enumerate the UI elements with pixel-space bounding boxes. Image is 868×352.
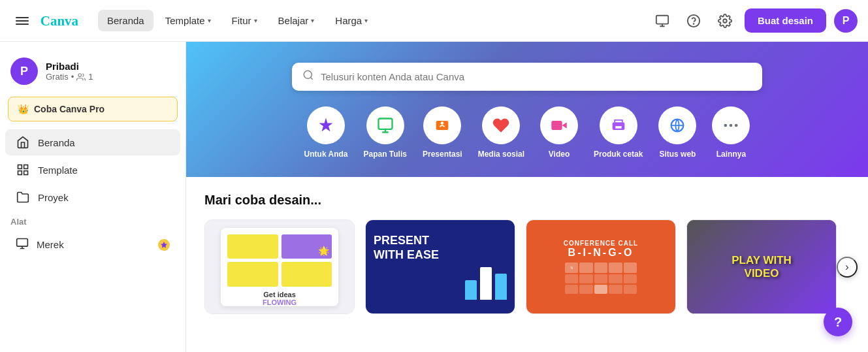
- sidebar-item-beranda-label: Beranda: [38, 137, 75, 148]
- svg-rect-10: [17, 239, 28, 247]
- design-card-bingo[interactable]: CONFERENCE CALL B-I-N-G-O N: [526, 219, 676, 314]
- buat-desain-button[interactable]: Buat desain: [745, 8, 826, 33]
- canva-logo: Canva: [39, 12, 85, 30]
- cat-papan-tulis-circle: [366, 106, 404, 144]
- svg-rect-13: [378, 119, 392, 129]
- cat-video[interactable]: Video: [540, 106, 578, 159]
- cat-media-sosial-circle: [482, 106, 520, 144]
- cat-media-sosial[interactable]: Media sosial: [478, 106, 524, 159]
- svg-point-12: [304, 71, 312, 78]
- cat-presentasi-circle: [423, 106, 461, 144]
- cat-lainnya-label: Lainnya: [716, 150, 746, 159]
- svg-rect-19: [615, 126, 621, 129]
- svg-point-3: [694, 24, 694, 24]
- svg-point-15: [441, 121, 444, 125]
- sidebar-item-template[interactable]: Template: [5, 157, 180, 183]
- user-section: P Pribadi Gratis • 1: [0, 50, 185, 93]
- home-icon: [16, 136, 30, 149]
- sidebar: P Pribadi Gratis • 1 👑 Coba Canva Pro: [0, 42, 186, 352]
- user-info: Pribadi Gratis • 1: [46, 61, 93, 82]
- design-cards-wrapper: 🌟 Get ideas FLOWING: [204, 219, 850, 314]
- design-card-video[interactable]: PLAY WITH VIDEO: [686, 219, 837, 314]
- nav-fitur[interactable]: Fitur ▾: [223, 10, 266, 31]
- section-title: Mari coba desain...: [204, 193, 850, 208]
- design-cards-next-button[interactable]: ›: [837, 257, 858, 278]
- design-card-ideas[interactable]: 🌟 Get ideas FLOWING: [204, 219, 355, 314]
- chevron-down-icon: ▾: [311, 17, 314, 24]
- design-card-present[interactable]: PRESENT WITH EASE: [365, 219, 515, 314]
- design-section: Mari coba desain... 🌟: [186, 177, 868, 330]
- nav-template[interactable]: Template ▾: [156, 10, 220, 31]
- user-plan: Gratis • 1: [46, 72, 93, 82]
- svg-rect-6: [18, 165, 22, 169]
- chevron-down-icon: ▾: [254, 17, 257, 24]
- sidebar-item-proyek[interactable]: Proyek: [5, 184, 180, 210]
- hamburger-icon: [16, 15, 29, 27]
- card2-title-line2: WITH EASE: [374, 248, 507, 263]
- cat-untuk-anda-label: Untuk Anda: [304, 150, 348, 159]
- svg-point-5: [78, 73, 82, 76]
- card3-title: B-I-N-G-O: [568, 247, 634, 259]
- people-icon: [76, 72, 86, 82]
- content-area: Untuk Anda Papan Tulis Presentasi: [186, 42, 868, 352]
- cat-situs-web-circle: [658, 106, 696, 144]
- settings-button[interactable]: [713, 9, 737, 33]
- cat-video-label: Video: [549, 150, 570, 159]
- svg-rect-8: [18, 171, 22, 175]
- svg-point-22: [730, 124, 733, 127]
- cat-lainnya[interactable]: Lainnya: [712, 106, 750, 159]
- design-grid: 🌟 Get ideas FLOWING: [204, 219, 850, 314]
- card1-title-line2: FLOWING: [263, 298, 297, 306]
- cat-papan-tulis-label: Papan Tulis: [363, 150, 406, 159]
- help-circle-button[interactable]: [682, 9, 705, 33]
- nav-right: Buat desain P: [651, 8, 858, 33]
- hero-banner: Untuk Anda Papan Tulis Presentasi: [186, 42, 868, 177]
- svg-rect-7: [24, 165, 28, 169]
- cat-produk-cetak-circle: [600, 106, 637, 144]
- svg-point-21: [724, 124, 728, 127]
- category-icons: Untuk Anda Papan Tulis Presentasi: [212, 106, 842, 159]
- search-icon: [302, 69, 314, 84]
- card1-title-line1: Get ideas: [263, 291, 296, 298]
- search-bar-container: [292, 63, 762, 91]
- svg-marker-11: [161, 242, 167, 248]
- card4-title-line1: PLAY WITH: [731, 254, 792, 267]
- cat-papan-tulis[interactable]: Papan Tulis: [363, 106, 406, 159]
- top-navigation: Canva Beranda Template ▾ Fitur ▾ Belajar…: [0, 0, 868, 42]
- nav-belajar[interactable]: Belajar ▾: [269, 10, 324, 31]
- cat-media-sosial-label: Media sosial: [478, 150, 524, 159]
- cat-presentasi-label: Presentasi: [423, 150, 462, 159]
- svg-rect-16: [551, 121, 562, 130]
- folder-icon: [16, 191, 30, 204]
- svg-point-4: [723, 19, 727, 23]
- monitor-button[interactable]: [651, 9, 674, 33]
- svg-point-23: [735, 124, 738, 127]
- search-input[interactable]: [321, 71, 752, 82]
- brand-icon: [16, 237, 29, 252]
- user-avatar-button[interactable]: P: [834, 9, 858, 33]
- card3-subtitle: CONFERENCE CALL: [564, 240, 638, 247]
- try-canva-pro-button[interactable]: 👑 Coba Canva Pro: [8, 97, 178, 121]
- chevron-right-icon: ›: [845, 261, 848, 273]
- sidebar-scroll-area: P Pribadi Gratis • 1 👑 Coba Canva Pro: [0, 42, 185, 352]
- sidebar-item-merek-label: Merek: [37, 239, 64, 250]
- cat-untuk-anda[interactable]: Untuk Anda: [304, 106, 348, 159]
- crown-icon: 👑: [18, 104, 29, 114]
- nav-beranda[interactable]: Beranda: [98, 10, 153, 31]
- gold-badge-icon: [158, 239, 170, 251]
- cat-presentasi[interactable]: Presentasi: [423, 106, 462, 159]
- sidebar-item-merek[interactable]: Merek: [5, 231, 180, 259]
- sidebar-section-alat: Alat: [0, 212, 185, 229]
- chevron-down-icon: ▾: [364, 17, 368, 24]
- svg-rect-9: [24, 171, 28, 175]
- cat-situs-web[interactable]: Situs web: [658, 106, 696, 159]
- sidebar-item-beranda[interactable]: Beranda: [5, 129, 180, 155]
- cat-produk-cetak[interactable]: Produk cetak: [594, 106, 643, 159]
- cat-lainnya-circle: [712, 106, 750, 144]
- sidebar-item-template-label: Template: [38, 165, 78, 176]
- cat-untuk-anda-circle: [307, 106, 345, 144]
- help-button[interactable]: ?: [824, 308, 852, 336]
- nav-harga[interactable]: Harga ▾: [326, 10, 377, 31]
- svg-rect-18: [612, 122, 624, 130]
- hamburger-button[interactable]: [10, 9, 34, 33]
